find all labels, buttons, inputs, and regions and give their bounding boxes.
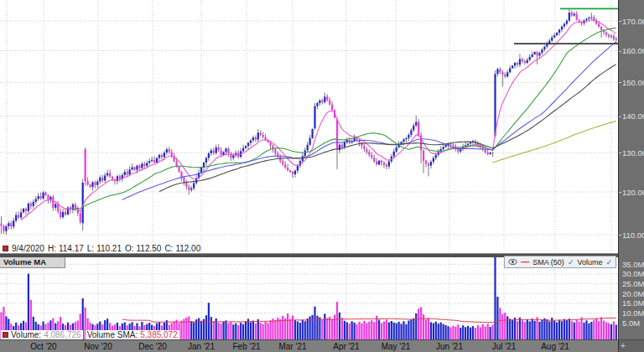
volume-ma-tab[interactable]: Volume MA — [0, 257, 65, 268]
volume-sma-value: 5,385,072 — [140, 330, 178, 339]
candle-body — [247, 143, 249, 147]
candle-body — [324, 96, 325, 101]
candle-body — [517, 63, 518, 65]
volume-bar — [284, 318, 286, 339]
volume-bar — [294, 320, 296, 339]
candle-body — [534, 52, 536, 54]
volume-bar — [491, 324, 493, 339]
candle-body — [524, 61, 526, 63]
volume-bar — [504, 313, 506, 339]
volume-bar — [443, 324, 444, 339]
candle-body — [0, 224, 2, 226]
candle-body — [494, 74, 496, 136]
price-axis-label: 130.00 — [622, 148, 644, 158]
candle-body — [213, 150, 215, 153]
candle-body — [321, 101, 323, 102]
volume-bar — [558, 320, 560, 339]
volume-bar — [433, 324, 434, 339]
sma-checkbox[interactable]: ✓ — [568, 258, 574, 267]
candle-body — [262, 135, 264, 137]
volume-bar — [304, 321, 306, 339]
volume-bar — [566, 320, 568, 339]
price-axis-panel[interactable]: 170.00160.00150.00140.00130.00120.00110.… — [618, 0, 644, 339]
candle-body — [561, 27, 563, 30]
volume-bar — [499, 308, 501, 339]
volume-bar — [282, 316, 283, 339]
volume-bar — [307, 318, 309, 339]
volume-bar — [615, 324, 617, 339]
volume-bar — [514, 318, 516, 339]
candle-body — [143, 163, 145, 166]
volume-bar — [208, 303, 210, 339]
candle-body — [289, 170, 291, 172]
volume-bar — [381, 324, 382, 339]
month-label: Jun '21 — [436, 341, 463, 352]
chart-canvas[interactable] — [0, 0, 644, 352]
volume-bar — [477, 325, 479, 339]
volume-bar — [413, 318, 414, 339]
volume-bar — [356, 324, 357, 339]
volume-bar — [368, 322, 370, 339]
candle-body — [408, 135, 409, 138]
volume-bar — [405, 324, 407, 339]
volume-bar — [193, 322, 195, 339]
volume-bar — [185, 318, 187, 339]
candle-body — [514, 63, 516, 65]
volume-bar — [326, 318, 328, 339]
candle-body — [443, 147, 444, 149]
candle-body — [487, 153, 489, 154]
volume-bar — [574, 323, 575, 339]
candle-body — [208, 153, 210, 158]
eye-icon[interactable] — [508, 258, 517, 266]
candle-body — [129, 169, 131, 174]
candle-body — [161, 155, 163, 158]
month-label: Nov '20 — [84, 341, 112, 352]
ohlc-close-label: C: — [164, 244, 173, 253]
volume-bar — [605, 322, 607, 339]
volume-bar — [438, 324, 439, 339]
volume-bar — [610, 324, 612, 339]
candle-body — [413, 126, 414, 131]
candle-body — [18, 215, 19, 218]
chart-window: 9/4/2020 H: 114.17 L: 110.21 O: 112.50 C… — [0, 0, 644, 352]
volume-bar — [452, 326, 454, 339]
candle-body — [227, 148, 229, 153]
candle-body — [260, 132, 262, 135]
candle-body — [40, 196, 42, 199]
candle-body — [574, 13, 575, 15]
candle-body — [44, 193, 46, 195]
candle-body — [133, 168, 135, 170]
ohlc-open-value: 112.50 — [137, 244, 162, 253]
volume-axis-label: 30.0M — [622, 269, 644, 278]
candle-body — [255, 137, 257, 140]
candle-body — [60, 211, 61, 217]
candle-body — [314, 106, 315, 128]
volume-bar — [496, 297, 498, 339]
candle-body — [91, 182, 93, 187]
volume-bar — [230, 322, 231, 339]
volume-bar — [546, 319, 548, 339]
candle-body — [35, 199, 37, 201]
candle-body — [316, 103, 318, 106]
candle-body — [504, 75, 506, 76]
ohlc-high-value: 114.17 — [59, 244, 84, 253]
candle-body — [287, 168, 288, 170]
candle-body — [512, 65, 513, 68]
volume-bar — [485, 327, 486, 339]
volume-value: 4,086,726 — [44, 330, 81, 339]
volume-bar — [454, 327, 456, 339]
ohlc-marker-icon — [3, 246, 8, 251]
volume-bar — [398, 322, 400, 339]
axis-corner-expand-button[interactable]: + — [618, 339, 644, 352]
candle-body — [553, 35, 555, 37]
volume-checkbox[interactable]: ✓ — [605, 258, 612, 267]
volume-bar — [415, 313, 417, 339]
volume-bar — [221, 324, 222, 339]
volume-bar — [457, 324, 459, 339]
candle-body — [319, 101, 320, 103]
candle-body — [501, 72, 503, 75]
volume-bar — [613, 321, 615, 339]
time-axis-panel[interactable]: Oct '20Nov '20Dec '20Jan '21Feb '21Mar '… — [0, 339, 618, 352]
candle-body — [529, 57, 531, 60]
candle-body — [106, 173, 108, 176]
